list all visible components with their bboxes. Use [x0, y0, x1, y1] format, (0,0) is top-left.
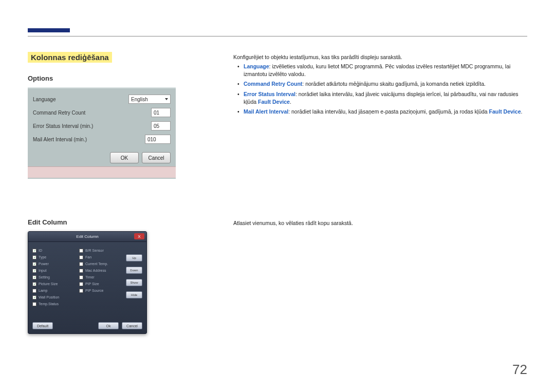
item-label: Power	[39, 262, 49, 266]
column-2: B/R Sensor Fan Current Temp. Mac Address…	[79, 247, 123, 307]
ok-button[interactable]: Ok	[98, 322, 119, 329]
check-item[interactable]: ✓Wall Position	[32, 294, 76, 301]
item-label: PIP Size	[85, 282, 99, 286]
fault-device-ref: Fault Device	[258, 99, 290, 105]
item-label: Lamp	[39, 289, 48, 292]
mail-input[interactable]: 010	[145, 135, 171, 144]
check-item[interactable]: B/R Sensor	[79, 247, 123, 254]
item-label: Input	[39, 269, 47, 272]
option-label: Command Retry Count	[33, 110, 151, 116]
retry-input[interactable]: 01	[151, 108, 171, 117]
page-number: 72	[512, 362, 527, 378]
option-row-retry: Command Retry Count 01	[33, 106, 171, 119]
button-stack: Up Down Show Hide	[126, 247, 142, 307]
hide-button[interactable]: Hide	[126, 291, 142, 298]
item-label: Setting	[39, 275, 50, 279]
check-item[interactable]: ✓Picture Size	[32, 281, 76, 287]
checkbox-icon: ✓	[32, 262, 36, 266]
edit-description: Atlasiet vienumus, ko vēlaties rādīt kop…	[233, 220, 353, 226]
check-item[interactable]: Timer	[79, 274, 123, 281]
checkbox-icon: ✓	[32, 255, 36, 259]
language-select[interactable]: English	[128, 95, 171, 104]
check-item[interactable]: ✓Input	[32, 267, 76, 274]
down-button[interactable]: Down	[126, 267, 142, 274]
stripe	[28, 166, 176, 178]
check-item[interactable]: ✓Setting	[32, 274, 76, 281]
checkbox-icon: ✓	[32, 295, 36, 300]
bullet-label: Command Retry Count	[244, 81, 302, 87]
bullet-retry: Command Retry Count: norādiet atkārtotu …	[233, 80, 526, 88]
check-item[interactable]: ✓ID	[32, 247, 76, 254]
option-label: Error Status Interval (min.)	[33, 123, 151, 129]
input-value: 010	[147, 137, 156, 142]
options-dialog: Language English Command Retry Count 01 …	[28, 87, 176, 179]
check-item[interactable]: Mac Address	[79, 267, 123, 274]
checkbox-icon	[79, 255, 83, 259]
item-label: Fan	[85, 255, 91, 259]
bullet-list: Language: izvēlieties valodu, kuru lieto…	[233, 63, 526, 118]
checkbox-icon	[79, 249, 83, 253]
chevron-down-icon	[165, 98, 168, 100]
option-row-language: Language English	[33, 92, 171, 106]
check-item[interactable]: Current Temp.	[79, 260, 123, 267]
column-1: ✓ID ✓Type ✓Power ✓Input ✓Setting ✓Pictur…	[32, 247, 76, 307]
show-button[interactable]: Show	[126, 279, 142, 286]
select-value: English	[131, 97, 148, 102]
edit-column-dialog: Edit Column X ✓ID ✓Type ✓Power ✓Input ✓S…	[28, 231, 147, 334]
checkbox-icon	[79, 262, 83, 266]
bullet-label: Error Status Interval	[244, 91, 295, 97]
check-item[interactable]: Lamp	[32, 287, 76, 294]
bullet-text: : norādiet laika intervālu, kad jāsaņem …	[288, 108, 489, 115]
check-item[interactable]: PIP Source	[79, 287, 123, 294]
checkbox-icon	[32, 289, 36, 293]
option-label: Mail Alert Interval (min.)	[33, 137, 145, 142]
bullet-error: Error Status Interval: norādiet laika in…	[233, 90, 526, 106]
item-label: Wall Position	[39, 295, 59, 299]
bullet-label: Mail Alert Interval	[244, 108, 288, 115]
item-label: B/R Sensor	[85, 249, 104, 252]
option-row-mail: Mail Alert Interval (min.) 010	[33, 133, 171, 146]
item-label: PIP Source	[85, 289, 103, 292]
input-value: 01	[154, 110, 159, 116]
fault-device-ref: Fault Device	[489, 108, 521, 115]
edit-column-subheading: Edit Column	[28, 218, 67, 226]
header-rule	[28, 36, 527, 36]
default-button[interactable]: Default	[32, 322, 53, 329]
checkbox-icon	[32, 302, 36, 306]
section-heading: Kolonnas rediģēšana	[28, 52, 112, 63]
bullet-label: Language	[244, 63, 269, 69]
cancel-button[interactable]: Cancel	[122, 322, 142, 329]
error-input[interactable]: 05	[151, 121, 171, 130]
check-item[interactable]: Temp.Status	[32, 301, 76, 307]
checkbox-icon	[79, 275, 83, 279]
item-label: Current Temp.	[85, 262, 108, 266]
checkbox-icon	[79, 269, 83, 273]
item-label: Timer	[85, 275, 95, 279]
check-item[interactable]: ✓Power	[32, 260, 76, 267]
item-label: Type	[39, 255, 46, 259]
checkbox-icon	[79, 282, 83, 286]
checkbox-icon	[79, 289, 83, 293]
item-label: Picture Size	[39, 282, 58, 286]
item-label: Temp.Status	[39, 302, 59, 306]
ok-button[interactable]: OK	[110, 152, 139, 163]
bullet-text: : norādiet atkārtotu mēģinājumu skaitu g…	[302, 81, 486, 87]
close-button[interactable]: X	[134, 233, 144, 239]
checkbox-icon: ✓	[32, 269, 36, 273]
checkbox-icon: ✓	[32, 249, 36, 253]
checkbox-icon: ✓	[32, 282, 36, 286]
header-accent-bar	[28, 28, 70, 32]
up-button[interactable]: Up	[126, 254, 142, 262]
input-value: 05	[154, 123, 159, 129]
item-label: Mac Address	[85, 269, 106, 272]
check-item[interactable]: ✓Type	[32, 254, 76, 260]
options-subheading: Options	[28, 74, 53, 82]
cancel-button[interactable]: Cancel	[142, 152, 171, 163]
bullet-mail: Mail Alert Interval: norādiet laika inte…	[233, 108, 526, 116]
dialog-titlebar: Edit Column X	[28, 232, 146, 242]
check-item[interactable]: Fan	[79, 254, 123, 260]
check-item[interactable]: PIP Size	[79, 281, 123, 287]
option-row-error: Error Status Interval (min.) 05	[33, 119, 171, 133]
option-label: Language	[33, 97, 128, 102]
intro-text: Konfigurējiet to objektu iestatījumus, k…	[233, 53, 526, 61]
